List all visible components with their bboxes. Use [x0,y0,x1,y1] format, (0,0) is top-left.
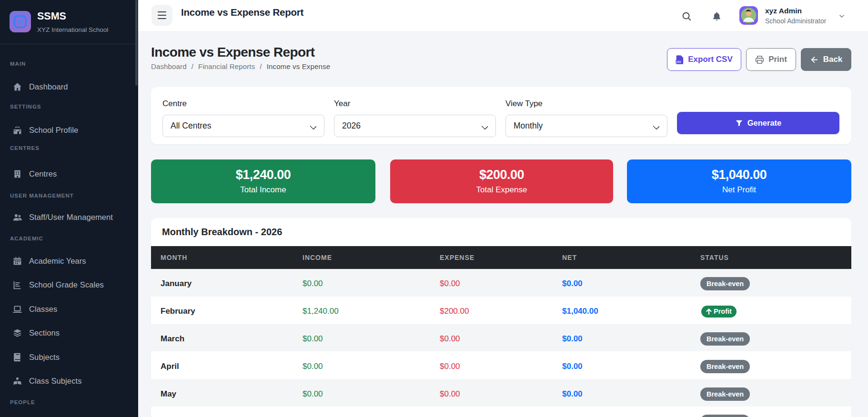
svg-text:CSV: CSV [676,60,682,63]
